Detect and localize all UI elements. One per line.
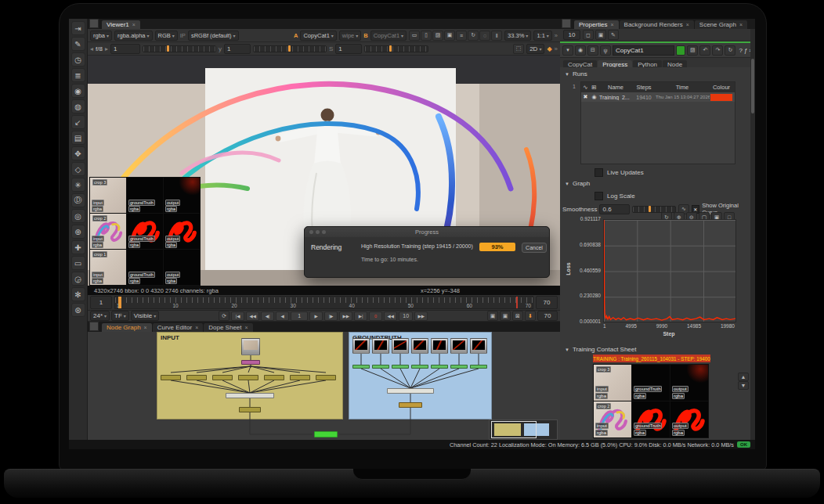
node-graph-minimap[interactable] <box>489 419 558 440</box>
read-node[interactable] <box>450 338 468 354</box>
close-icon[interactable]: × <box>144 325 147 330</box>
tab-scene-graph[interactable]: Scene Graph× <box>695 20 747 29</box>
appendclip-node[interactable] <box>387 388 434 394</box>
layers-icon[interactable]: ▣ <box>444 31 455 41</box>
read-node[interactable] <box>372 338 389 354</box>
range-start-field[interactable]: 1 <box>90 296 112 309</box>
delete-run-icon[interactable]: ✖ <box>581 94 590 100</box>
next-stop-icon[interactable]: ▸ <box>105 45 108 52</box>
copycat-node[interactable] <box>314 431 338 437</box>
close-icon[interactable]: × <box>132 22 136 27</box>
layer-select[interactable]: rgba.alpha▾ <box>114 31 152 41</box>
playback-end-field[interactable]: 70 <box>537 311 558 321</box>
column-colour[interactable]: Colour <box>710 84 733 91</box>
step-back-button[interactable]: ◀| <box>261 311 274 321</box>
missing-frames-field[interactable]: 0 <box>369 311 382 321</box>
grade-node[interactable] <box>431 365 448 369</box>
pane-menu-icon[interactable] <box>89 19 99 28</box>
panel-scrollbar[interactable] <box>750 29 755 440</box>
run-colour-swatch[interactable] <box>710 94 732 101</box>
crop-node[interactable] <box>186 375 207 380</box>
visible-select[interactable]: Visible▾ <box>131 311 159 321</box>
contact-sheet-cell[interactable]: groundTruthrgba <box>127 178 163 213</box>
scroll-up-icon[interactable]: ▲ <box>738 373 749 381</box>
contact-sheet-cell[interactable]: outputrgba <box>164 178 200 213</box>
range-end-field[interactable]: 70 <box>536 296 558 309</box>
input-b-select[interactable]: CopyCat1▾ <box>370 31 407 41</box>
tf-select[interactable]: TF▾ <box>111 311 129 321</box>
undo-icon[interactable]: ↶ <box>699 45 710 56</box>
pane-menu-icon[interactable] <box>89 322 99 331</box>
redo-icon[interactable]: ↷ <box>712 45 723 56</box>
column-steps[interactable]: Steps <box>633 84 655 91</box>
ofx-node-icon[interactable]: ◶ <box>71 272 85 286</box>
script-button[interactable]: ƒ <box>744 47 747 54</box>
bounce-mode-icon[interactable]: ▣ <box>500 311 511 321</box>
play-backward-button[interactable]: ◀ <box>276 311 289 321</box>
max-panels-field[interactable]: 10 <box>563 30 580 40</box>
metadata-node-icon[interactable]: ▭ <box>71 256 85 270</box>
crop-node[interactable] <box>290 375 310 380</box>
current-frame-field[interactable]: 1 <box>291 311 308 321</box>
roi-icon[interactable]: ◌ <box>479 31 490 41</box>
close-icon[interactable]: × <box>686 22 689 27</box>
view-mode-select[interactable]: 2D▾ <box>526 44 544 54</box>
window-buttons[interactable] <box>309 230 326 234</box>
gizmo-node-icon[interactable]: ✻ <box>71 287 85 301</box>
tab-curve-editor[interactable]: Curve Editor× <box>153 323 204 332</box>
display-channel-select[interactable]: RGB▾ <box>155 31 178 41</box>
contact-sheet-cell[interactable]: groundTruthrgba <box>632 401 670 437</box>
grade-node[interactable] <box>450 365 468 369</box>
minimap-view-rect[interactable] <box>491 421 537 438</box>
contact-sheet-cell[interactable]: outputrgba <box>164 214 200 249</box>
close-icon[interactable]: × <box>195 325 198 330</box>
frame-increment-field[interactable]: 10 <box>399 311 413 321</box>
transform-node-icon[interactable]: ✥ <box>71 146 85 160</box>
read-node[interactable] <box>470 338 487 354</box>
image-node-icon[interactable]: ⇥ <box>71 21 85 35</box>
color-node-icon[interactable]: ◉ <box>71 84 85 98</box>
close-icon[interactable]: × <box>245 325 248 330</box>
run-row[interactable]: ✖ ◉ Training_2... 19410 Thu Jan 15 13:04… <box>581 92 735 102</box>
grade-node[interactable] <box>352 365 370 369</box>
tab-background-renders[interactable]: Background Renders× <box>620 20 694 29</box>
frame-decrement-button[interactable]: ◀◀ <box>384 311 397 321</box>
goto-start-button[interactable]: |◀ <box>231 311 244 321</box>
input-a-select[interactable]: CopyCat1▾ <box>300 31 336 41</box>
appendclip-node[interactable] <box>226 393 274 398</box>
grade-node[interactable] <box>392 365 409 369</box>
read-node[interactable] <box>392 338 409 354</box>
picker-icon[interactable]: ψ <box>600 45 611 56</box>
training-contact-sheet-header[interactable]: ▼Training Contact Sheet <box>565 346 636 353</box>
read-node[interactable] <box>411 338 428 354</box>
focus-icon[interactable]: ▣ <box>595 30 606 40</box>
shuffle-node[interactable] <box>241 360 260 365</box>
toolsets-node-icon[interactable]: ⊕ <box>71 225 85 239</box>
refresh-icon[interactable]: ↻ <box>468 31 479 41</box>
views-node-icon[interactable]: ◎ <box>71 209 85 223</box>
center-icon[interactable]: ◉ <box>575 45 586 56</box>
deep-node-icon[interactable]: Ⓓ <box>71 193 85 207</box>
particles-node-icon[interactable]: ✳ <box>71 178 85 192</box>
lock-icon[interactable]: ◻ <box>583 30 594 40</box>
read-node[interactable] <box>352 338 370 354</box>
column-name[interactable]: Name <box>598 84 633 91</box>
playback-mode-icon[interactable]: ▣ <box>487 311 498 321</box>
zoom-level-select[interactable]: 33.3%▾ <box>504 31 531 41</box>
pixel-aspect-select[interactable]: 1:1▾ <box>533 31 551 41</box>
close-icon[interactable]: × <box>739 22 743 27</box>
channel-select[interactable]: rgba▾ <box>90 31 112 41</box>
play-backward-fast-button[interactable]: ◀◀ <box>246 311 259 321</box>
checker-icon[interactable]: ▨ <box>432 31 443 41</box>
runs-section-header[interactable]: ▼Runs <box>565 70 587 77</box>
fps-select[interactable]: 24*▾ <box>90 311 110 321</box>
contact-sheet-cell[interactable]: groundTruthrgba <box>127 250 163 285</box>
crop-node[interactable] <box>161 375 181 380</box>
contact-sheet-cell[interactable]: outputrgba <box>164 250 200 285</box>
log-scale-checkbox[interactable] <box>595 192 603 200</box>
pane-menu-icon[interactable] <box>562 19 571 28</box>
lock-range-icon[interactable]: ⊠ <box>512 311 523 321</box>
cancel-button[interactable]: Cancel <box>522 243 547 253</box>
saturation-slider[interactable] <box>364 45 428 52</box>
chart-plot-area[interactable] <box>603 219 736 322</box>
